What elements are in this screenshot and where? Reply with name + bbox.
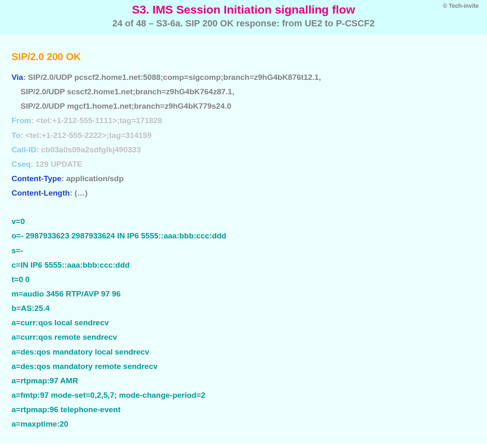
sdp-body: v=0o=- 2987933623 2987933624 IN IP6 5555… [12,214,475,431]
page-subtitle: 24 of 48 – S3-6a. SIP 200 OK response: f… [8,18,479,29]
sip-header-value: : (…) [70,189,87,197]
sip-header-key: Content-Type [12,174,61,183]
sdp-line: a=rtpmap:96 telephone-event [12,402,475,417]
sip-header-value: SIP/2.0/UDP scscf2.home1.net;branch=z9hG… [21,87,234,96]
sip-header-line: From: <tel:+1-212-555-1111>;tag=171828 [12,113,475,128]
sip-header-key: Content-Length [12,189,70,197]
sdp-line: c=IN IP6 5555::aaa:bbb:ccc:ddd [12,258,475,272]
sdp-line: a=des:qos mandatory remote sendrecv [12,359,475,373]
sip-status-line: SIP/2.0 200 OK [12,51,475,63]
sip-header-line: Via: SIP/2.0/UDP pcscf2.home1.net:5088;c… [12,70,475,84]
sdp-line: v=0 [12,214,475,229]
sdp-line: a=maxptime:20 [12,417,475,431]
sip-header-key: To [12,131,21,140]
sip-header-key: Cseq [12,160,30,168]
sip-header-line: Call-ID: cb03a0s09a2sdfglkj490333 [12,142,475,157]
sip-header-value: : <tel:+1-212-555-1111>;tag=171828 [31,116,162,125]
sip-header-value: : SIP/2.0/UDP pcscf2.home1.net:5088;comp… [23,73,321,82]
sip-header-value: : application/sdp [61,174,124,183]
sdp-line: b=AS:25.4 [12,301,475,315]
sip-header-value: : cb03a0s09a2sdfglkj490333 [36,145,141,154]
sdp-line: t=0 0 [12,272,475,287]
sip-header-line: SIP/2.0/UDP mgcf1.home1.net;branch=z9hG4… [12,99,475,113]
sip-header-line: Cseq: 129 UPDATE [12,157,475,171]
sdp-line: a=fmtp:97 mode-set=0,2,5,7; mode-change-… [12,388,475,402]
sip-header-line: Content-Length: (…) [12,186,475,200]
copyright-label: © Tech-invite [443,2,479,9]
sdp-line: a=rtpmap:97 AMR [12,373,475,388]
sip-header-line: To: <tel:+1-212-555-2222>;tag=314159 [12,128,475,142]
sip-header-line: SIP/2.0/UDP scscf2.home1.net;branch=z9hG… [12,84,475,99]
sip-header-key: From [12,116,31,125]
sdp-line: o=- 2987933623 2987933624 IN IP6 5555::a… [12,229,475,243]
message-content: SIP/2.0 200 OK Via: SIP/2.0/UDP pcscf2.h… [0,35,487,443]
sip-header-key: Call-ID [12,145,36,154]
sip-header-value: SIP/2.0/UDP mgcf1.home1.net;branch=z9hG4… [21,102,231,110]
sdp-line: m=audio 3456 RTP/AVP 97 96 [12,287,475,301]
sip-header-key: Via [12,73,23,82]
sip-header-line: Content-Type: application/sdp [12,171,475,186]
page-header: © Tech-invite S3. IMS Session Initiation… [0,0,487,35]
sdp-line: a=curr:qos remote sendrecv [12,330,475,344]
sdp-line: a=curr:qos local sendrecv [12,315,475,330]
sdp-line: a=des:qos mandatory local sendrecv [12,345,475,359]
page-title: S3. IMS Session Initiation signalling fl… [8,3,479,16]
sip-header-value: : 129 UPDATE [30,160,82,168]
sip-headers: Via: SIP/2.0/UDP pcscf2.home1.net:5088;c… [12,70,475,200]
sdp-line: s=- [12,243,475,258]
sip-header-value: : <tel:+1-212-555-2222>;tag=314159 [21,131,152,140]
